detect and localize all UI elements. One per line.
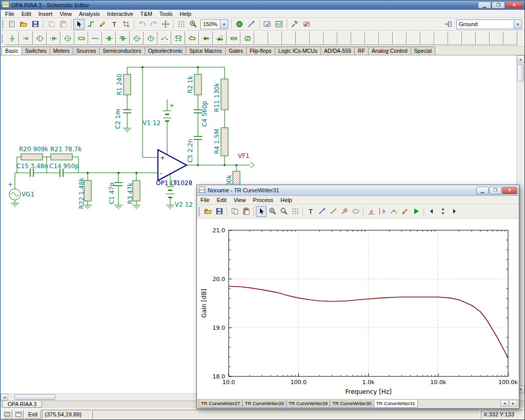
resistor-R3[interactable]	[133, 181, 140, 201]
curve-cursor-button[interactable]	[256, 206, 267, 217]
tab-meters[interactable]: Meters	[50, 47, 73, 55]
resistor-R11[interactable]	[221, 79, 228, 110]
curve-menu-item-edit[interactable]: Edit	[213, 196, 230, 204]
new-schematic-button[interactable]	[6, 19, 17, 30]
copy-button[interactable]	[46, 19, 57, 30]
curve-minimize-button[interactable]: ▁	[476, 187, 489, 194]
component-switch-button[interactable]	[157, 31, 171, 45]
capacitor-C2[interactable]	[123, 110, 131, 113]
capacitor-C14[interactable]	[60, 169, 63, 177]
tab-logic-ics-mcus[interactable]: Logic ICs-MCUs	[275, 47, 321, 55]
chevron-down-icon[interactable]: ▼	[220, 20, 228, 29]
curve-open-folder-button[interactable]	[203, 206, 213, 217]
menu-item-interactive[interactable]: Interactive	[104, 10, 137, 17]
curve-zoom-100-button[interactable]	[278, 206, 289, 217]
text-button[interactable]: T	[109, 19, 120, 30]
component-toolbar-grip[interactable]	[2, 34, 4, 43]
curve-window-titlebar[interactable]: Noname - TR CurveWriter31 ▁ ❐ ✕	[197, 185, 519, 196]
interactive-mode-button[interactable]	[301, 19, 312, 30]
scroll-up-icon[interactable]: ▲	[517, 55, 524, 63]
menu-item-edit[interactable]: Edit	[18, 10, 35, 17]
board-icon[interactable]	[2, 410, 12, 419]
component-relay-button[interactable]	[171, 31, 185, 45]
component-inductor-button[interactable]	[88, 31, 102, 45]
capacitor-C15[interactable]	[30, 169, 33, 177]
tab-sources[interactable]: Sources	[73, 47, 100, 55]
component-ground-button[interactable]	[5, 31, 19, 45]
curve-text-button[interactable]: T	[305, 206, 316, 217]
component-voltage-source-button[interactable]	[33, 31, 47, 45]
component-z-connector-button[interactable]: Z	[240, 31, 254, 45]
exit-button[interactable]: Exit	[25, 410, 41, 419]
capacitor-C1[interactable]	[114, 183, 123, 186]
resistor-R22[interactable]	[84, 181, 91, 201]
curve-maximize-button[interactable]: ❐	[489, 187, 501, 194]
cursor-button[interactable]	[73, 19, 85, 30]
source-VG1[interactable]	[9, 189, 21, 200]
resistor-R1[interactable]	[124, 74, 131, 95]
menu-item-t-m[interactable]: T&M	[137, 10, 156, 17]
resistors[interactable]	[21, 74, 240, 201]
menu-item-file[interactable]: File	[2, 10, 18, 17]
curve-menu-item-view[interactable]: View	[230, 196, 250, 204]
signal-analyzer-button[interactable]	[273, 19, 285, 30]
tab-basic[interactable]: Basic	[2, 47, 22, 55]
resistor-R20[interactable]	[21, 154, 43, 160]
component-led-button[interactable]	[213, 31, 227, 45]
tab-flip-flops[interactable]: Flip-flops	[246, 47, 275, 55]
pen-button[interactable]	[97, 19, 108, 30]
symbol-select[interactable]: Ground ▼	[456, 19, 522, 29]
titlebar[interactable]: OPA RIAA 3 - Schematic Editor ▁ ❐ ✕	[1, 1, 524, 10]
curve-ellipse-button[interactable]	[350, 206, 361, 217]
curve-writer-window[interactable]: Noname - TR CurveWriter31 ▁ ❐ ✕ FileEdit…	[196, 185, 519, 409]
curve-save-button[interactable]	[214, 206, 225, 217]
maximize-button[interactable]: ❐	[492, 2, 505, 9]
curve-nav-right-button[interactable]	[449, 206, 459, 217]
tab-spice-macros[interactable]: Spice Macros	[186, 47, 226, 55]
component-resistor-button[interactable]	[74, 31, 88, 45]
component-capacitor-button[interactable]	[102, 31, 116, 45]
component-current-source-button[interactable]	[60, 31, 74, 45]
dc-analysis-button[interactable]	[234, 19, 245, 30]
voltmeter-button[interactable]	[261, 19, 273, 30]
curve-tab-tr-curvewriter28[interactable]: TR CurveWriter28	[242, 400, 286, 408]
move-button[interactable]	[160, 19, 171, 30]
curve-copy-button[interactable]	[229, 206, 240, 217]
curve-menu-item-help[interactable]: Help	[277, 196, 296, 204]
zoom-level-select[interactable]: 150%▼	[200, 19, 228, 29]
resistor-R4[interactable]	[221, 128, 228, 156]
curve-nav-spin-button[interactable]	[437, 206, 448, 217]
chevron-down-icon[interactable]: ▼	[514, 20, 521, 29]
close-button[interactable]: ✕	[506, 2, 523, 9]
menu-item-view[interactable]: View	[56, 10, 75, 17]
menu-item-help[interactable]: Help	[176, 10, 195, 17]
tab-gates[interactable]: Gates	[225, 47, 247, 55]
curve-tab-tr-curvewriter31[interactable]: TR CurveWriter31	[374, 400, 418, 408]
minimize-button[interactable]: ▁	[478, 2, 491, 9]
menu-item-analysis[interactable]: Analysis	[75, 10, 104, 17]
grid-button[interactable]	[176, 19, 187, 30]
curve-nav-left-button[interactable]	[426, 206, 437, 217]
component-potentiometer-button[interactable]	[185, 31, 199, 45]
curve-interpolate-button[interactable]	[388, 206, 399, 217]
curve-tab-tr-curvewriter29[interactable]: TR CurveWriter29	[286, 400, 330, 408]
curve-toolbar-grip[interactable]	[198, 207, 200, 216]
component-io-pin-button[interactable]	[19, 31, 33, 45]
curve-mark-a-button[interactable]: a	[366, 206, 376, 217]
curve-menu-item-file[interactable]: File	[197, 196, 213, 204]
curve-tab-tr-curvewriter30[interactable]: TR CurveWriter30	[330, 400, 374, 408]
window-icon[interactable]	[13, 410, 24, 419]
zoom-in-button[interactable]	[188, 19, 199, 30]
tab-optoelectronic[interactable]: Optoelectronic	[145, 47, 187, 55]
component-current-generator-button[interactable]	[144, 31, 157, 45]
component-battery-button[interactable]	[47, 31, 60, 45]
wire-button[interactable]	[85, 19, 96, 30]
toolbar-grip[interactable]	[2, 19, 4, 29]
curve-line-tool-button[interactable]	[328, 206, 338, 217]
resistor-R21[interactable]	[51, 154, 72, 160]
macro-pin-button[interactable]	[442, 19, 454, 30]
curve-pen-button[interactable]	[399, 206, 410, 217]
component-fuse-button[interactable]	[227, 31, 240, 45]
tab-scroll-left-icon[interactable]: ◄	[500, 400, 509, 407]
menu-item-tools[interactable]: Tools	[156, 10, 176, 17]
